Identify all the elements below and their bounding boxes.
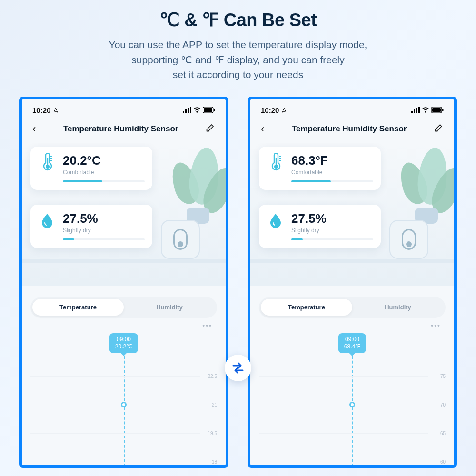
tab-temperature[interactable]: Temperature	[32, 299, 124, 316]
sensor-device-illustration	[389, 220, 428, 259]
svg-rect-3	[190, 107, 191, 113]
y-tick: 19.5	[208, 430, 217, 436]
phone-screen-fahrenheit: 10:20 ‹ Temperature Humidity Sensor	[248, 97, 457, 468]
chart-tabs: Temperature Humidity	[30, 297, 217, 318]
chart-tooltip: 09:0068.4℉	[338, 333, 366, 353]
temperature-status: Comfortable	[291, 169, 373, 176]
wifi-icon	[422, 107, 429, 113]
svg-rect-18	[432, 108, 441, 112]
svg-rect-19	[442, 109, 444, 111]
y-tick: 22.5	[208, 373, 217, 378]
status-bar: 10:20	[250, 99, 454, 118]
screen-title: Temperature Humidity Sensor	[63, 124, 178, 134]
svg-rect-15	[416, 108, 417, 113]
svg-rect-13	[411, 111, 413, 113]
chart-tooltip: 09:0020.2℃	[109, 333, 138, 353]
more-icon[interactable]: •••	[22, 318, 226, 329]
status-icons	[411, 107, 444, 113]
tab-humidity[interactable]: Humidity	[352, 299, 444, 316]
signal-icon	[183, 107, 191, 113]
temperature-status: Comfortable	[63, 169, 145, 176]
y-tick: 70	[440, 402, 446, 407]
svg-rect-14	[414, 109, 415, 113]
chart-tabs: Temperature Humidity	[259, 297, 446, 318]
signal-icon	[411, 107, 420, 113]
svg-point-8	[46, 165, 50, 169]
temperature-chart[interactable]: 09:0068.4℉ 75 70 65 60	[259, 333, 446, 466]
y-tick: 75	[440, 373, 446, 378]
edit-button[interactable]	[434, 123, 444, 135]
droplet-icon	[38, 211, 56, 229]
temperature-value: 68.3°F	[291, 153, 373, 168]
thermometer-icon	[38, 153, 56, 171]
back-button[interactable]: ‹	[261, 123, 264, 135]
page-heading: ℃ & ℉ Can Be Set	[0, 10, 476, 30]
tab-humidity[interactable]: Humidity	[124, 299, 215, 316]
status-icons	[183, 107, 215, 113]
status-time: 10:20	[261, 106, 287, 114]
wifi-icon	[193, 107, 201, 113]
edit-button[interactable]	[206, 123, 215, 135]
humidity-card[interactable]: 27.5% Slightly dry	[30, 205, 152, 248]
status-time: 10:20	[32, 106, 59, 114]
droplet-icon	[267, 211, 285, 229]
humidity-status: Slightly dry	[291, 227, 373, 234]
humidity-card[interactable]: 27.5% Slightly dry	[259, 205, 381, 248]
page-subheading: You can use the APP to set the temperatu…	[0, 37, 476, 82]
tab-temperature[interactable]: Temperature	[261, 299, 352, 316]
status-bar: 10:20	[22, 99, 226, 118]
swap-icon	[225, 355, 251, 381]
svg-point-21	[274, 165, 278, 169]
humidity-value: 27.5%	[291, 211, 373, 226]
y-tick: 18	[212, 459, 217, 464]
battery-icon	[203, 107, 215, 113]
temperature-chart[interactable]: 09:0020.2℃ 22.5 21 19.5 18	[30, 333, 217, 466]
svg-rect-0	[183, 111, 184, 113]
svg-rect-2	[188, 108, 189, 113]
y-tick: 65	[440, 430, 446, 436]
svg-rect-16	[418, 107, 420, 113]
screen-title: Temperature Humidity Sensor	[292, 124, 407, 134]
temperature-card[interactable]: 20.2°C Comfortable	[30, 147, 152, 190]
more-icon[interactable]: •••	[250, 318, 454, 329]
back-button[interactable]: ‹	[32, 123, 36, 135]
y-tick: 60	[440, 459, 446, 464]
temperature-value: 20.2°C	[63, 153, 145, 168]
svg-rect-6	[214, 109, 215, 111]
y-tick: 21	[212, 402, 217, 407]
phone-screen-celsius: 10:20 ‹ Temperature Humidity Sensor	[19, 97, 228, 468]
svg-rect-1	[185, 109, 187, 113]
battery-icon	[431, 107, 444, 113]
sensor-device-illustration	[161, 220, 200, 259]
humidity-value: 27.5%	[63, 211, 145, 226]
temperature-card[interactable]: 68.3°F Comfortable	[259, 147, 381, 190]
svg-rect-5	[204, 108, 212, 112]
thermometer-icon	[267, 153, 285, 171]
humidity-status: Slightly dry	[63, 227, 145, 234]
